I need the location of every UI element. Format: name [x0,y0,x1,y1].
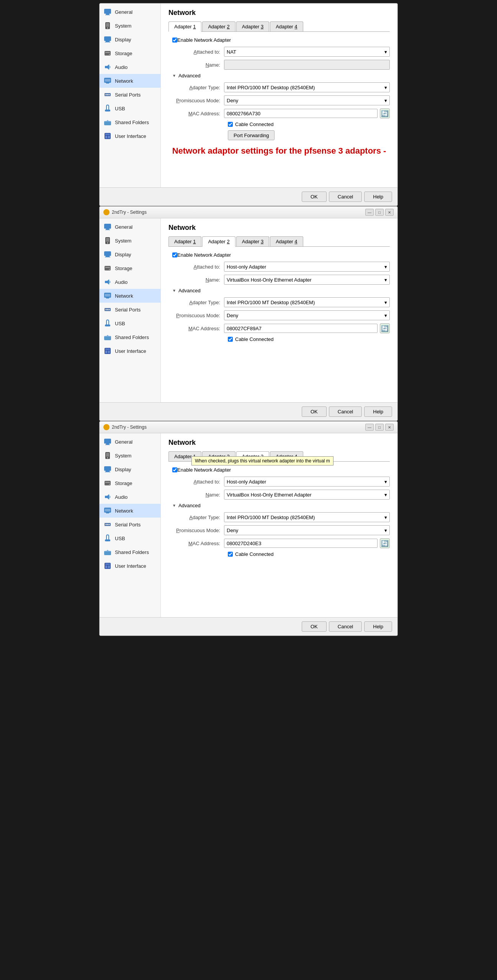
sidebar-item-usb[interactable]: USB [100,316,160,330]
sidebar-item-audio[interactable]: Audio [100,275,160,289]
advanced-toggle[interactable]: ▼ Advanced [168,288,390,293]
sidebar-label-storage: Storage [115,480,132,486]
port-forwarding-button[interactable]: Port Forwarding [228,130,275,140]
attached-to-select[interactable]: NAT ▾ [224,47,390,57]
sidebar-item-ui[interactable]: User Interface [100,559,160,573]
adapter-name-select[interactable]: VirtualBox Host-Only Ethernet Adapter ▾ [224,275,390,285]
sidebar-item-general[interactable]: General [100,5,160,19]
sidebar-item-shared[interactable]: Shared Folders [100,330,160,344]
window-title: 2ndTry - Settings [112,424,147,430]
sidebar-item-ui[interactable]: User Interface [100,344,160,358]
adapter-type-select[interactable]: Intel PRO/1000 MT Desktop (82540EM) ▾ [224,512,390,522]
sidebar-item-serialports[interactable]: Serial Ports [100,518,160,531]
sidebar-item-network[interactable]: Network [100,504,160,518]
cancel-button[interactable]: Cancel [329,192,362,202]
cable-connected-checkbox[interactable] [228,337,233,342]
tab-adapter-1[interactable]: Adapter 1 [168,21,201,32]
attached-to-select[interactable]: Host-only Adapter ▾ [224,262,390,272]
promiscuous-mode-select[interactable]: Deny ▾ [224,525,390,535]
advanced-triangle: ▼ [172,74,176,78]
mac-generate-button[interactable]: 🔄 [380,538,390,548]
enable-adapter-checkbox[interactable] [172,38,177,43]
cable-connected-checkbox[interactable] [228,122,233,127]
maximize-button[interactable]: □ [375,424,384,431]
maximize-button[interactable]: □ [375,209,384,216]
display-icon [103,250,112,259]
mac-address-label: MAC Address: [168,326,224,331]
svg-marker-12 [105,64,109,70]
sidebar-item-display[interactable]: Display [100,247,160,261]
mac-address-input[interactable] [224,539,378,548]
cable-connected-label: Cable Connected [235,121,273,127]
help-button[interactable]: Help [364,192,392,202]
promiscuous-mode-row: Promiscuous Mode: Deny ▾ [168,95,390,105]
cancel-button[interactable]: Cancel [329,406,362,417]
close-button[interactable]: ✕ [385,209,394,216]
mac-address-input[interactable] [224,109,378,118]
tab-adapter-3[interactable]: Adapter 3 [236,21,269,31]
cable-connected-row: Cable Connected [168,336,390,342]
sidebar-item-display[interactable]: Display [100,462,160,476]
sidebar-item-display[interactable]: Display [100,33,160,46]
tab-adapter-4[interactable]: Adapter 4 [270,236,303,246]
mac-address-input[interactable] [224,324,378,333]
tab-adapter-3[interactable]: Adapter 3 [236,236,269,246]
adapter-type-select[interactable]: Intel PRO/1000 MT Desktop (82540EM) ▾ [224,82,390,92]
svg-rect-78 [105,564,110,565]
sidebar-item-serialports[interactable]: Serial Ports [100,303,160,316]
cable-connected-checkbox[interactable] [228,552,233,557]
sidebar-item-network[interactable]: Network [100,289,160,303]
svg-rect-42 [106,298,109,298]
sidebar-item-system[interactable]: System [100,234,160,247]
advanced-toggle[interactable]: ▼ Advanced [168,503,390,508]
sidebar-item-usb[interactable]: USB [100,531,160,545]
sidebar-item-audio[interactable]: Audio [100,60,160,74]
ok-button[interactable]: OK [302,621,327,632]
cancel-button[interactable]: Cancel [329,621,362,632]
help-button[interactable]: Help [364,621,392,632]
sidebar-label-ui: User Interface [115,348,146,354]
sidebar-item-serialports[interactable]: Serial Ports [100,88,160,102]
promiscuous-mode-select[interactable]: Deny ▾ [224,95,390,105]
sidebar-item-network[interactable]: Network [100,74,160,88]
section-title: Network [168,439,390,447]
sidebar-item-shared[interactable]: Shared Folders [100,115,160,129]
sidebar-item-audio[interactable]: Audio [100,490,160,504]
port-forwarding-row: Port Forwarding [168,130,390,140]
help-button[interactable]: Help [364,406,392,417]
sidebar-item-general[interactable]: General [100,435,160,449]
mac-generate-button[interactable]: 🔄 [380,323,390,333]
attached-to-select[interactable]: Host-only Adapter ▾ [224,477,390,487]
enable-adapter-checkbox[interactable] [172,467,177,472]
enable-adapter-checkbox[interactable] [172,252,177,257]
adapter-type-select[interactable]: Intel PRO/1000 MT Desktop (82540EM) ▾ [224,297,390,307]
sidebar-label-shared: Shared Folders [115,120,149,125]
sidebar-item-ui[interactable]: User Interface [100,129,160,143]
sidebar-item-storage[interactable]: Storage [100,261,160,275]
svg-point-5 [107,28,108,29]
advanced-toggle[interactable]: ▼ Advanced [168,73,390,79]
sidebar-item-shared[interactable]: Shared Folders [100,545,160,559]
adapter-name-select[interactable]: VirtualBox Host-Only Ethernet Adapter ▾ [224,490,390,500]
mac-generate-button[interactable]: 🔄 [380,108,390,118]
sidebar-item-usb[interactable]: USB [100,102,160,115]
sidebar-item-storage[interactable]: Storage [100,46,160,60]
tab-adapter-2[interactable]: Adapter 2 [202,21,235,31]
ok-button[interactable]: OK [302,192,327,202]
minimize-button[interactable]: — [365,209,374,216]
svg-marker-66 [105,494,109,500]
svg-rect-53 [108,351,110,353]
settings-window-2: 2ndTry - Settings — □ ✕ General System D… [99,206,398,421]
minimize-button[interactable]: — [365,424,374,431]
sidebar-item-system[interactable]: System [100,449,160,462]
tab-adapter-1[interactable]: Adapter 1 [168,236,201,246]
tab-adapter-2[interactable]: Adapter 2 [202,236,235,247]
sidebar-item-system[interactable]: System [100,19,160,33]
ok-button[interactable]: OK [302,406,327,417]
promiscuous-mode-select[interactable]: Deny ▾ [224,310,390,320]
sidebar-item-general[interactable]: General [100,220,160,234]
close-button[interactable]: ✕ [385,424,394,431]
tab-adapter-4[interactable]: Adapter 4 [270,21,303,31]
promiscuous-mode-label: Promiscuous Mode: [168,98,224,103]
sidebar-item-storage[interactable]: Storage [100,476,160,490]
